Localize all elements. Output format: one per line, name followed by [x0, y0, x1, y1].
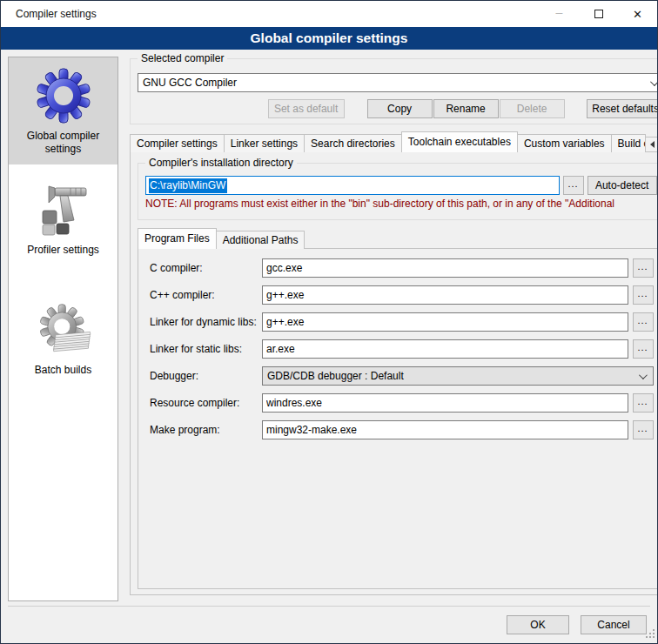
settings-tabstrip: Compiler settings Linker settings Search… [130, 131, 657, 152]
installation-directory-row: C:\raylib\MinGW ... Auto-detect [145, 176, 657, 195]
bin-subdirectory-note: NOTE: All programs must exist either in … [145, 198, 657, 210]
browse-button[interactable]: ... [633, 312, 654, 332]
maximize-button[interactable] [579, 1, 618, 27]
tab-scroll-left-button[interactable] [645, 137, 657, 152]
caliper-icon [36, 182, 91, 238]
page-title: Global compiler settings [1, 27, 657, 50]
program-files-pane: C compiler: ... C++ compiler: ... Linker… [138, 248, 657, 589]
cancel-button[interactable]: Cancel [581, 615, 647, 634]
minimize-button[interactable]: – [540, 1, 579, 27]
gear-stack-icon [36, 302, 91, 358]
sidebar-item-profiler-settings[interactable]: Profiler settings [9, 171, 118, 265]
selected-compiler-legend: Selected compiler [138, 52, 227, 64]
debugger-select[interactable]: GDB/CDB debugger : Default [262, 366, 654, 386]
dialog-footer: OK Cancel [1, 606, 657, 643]
browse-directory-button[interactable]: ... [563, 176, 584, 195]
program-row-make-program: Make program: ... [150, 420, 654, 439]
ok-button[interactable]: OK [507, 615, 569, 634]
sidebar-item-label: Global compiler settings [10, 130, 116, 156]
installation-directory-input[interactable]: C:\raylib\MinGW [145, 176, 560, 195]
tab-custom-variables[interactable]: Custom variables [517, 134, 612, 152]
resource-compiler-input[interactable] [262, 393, 628, 413]
browse-button[interactable]: ... [633, 420, 654, 439]
titlebar: Compiler settings – ✕ [1, 1, 657, 27]
sidebar-item-label: Profiler settings [27, 244, 99, 257]
program-row-c-compiler: C compiler: ... [150, 258, 654, 278]
compiler-select[interactable]: GNU GCC Compiler [138, 73, 657, 92]
field-label: Make program: [150, 424, 258, 436]
program-row-static-linker: Linker for static libs: ... [150, 339, 654, 359]
resize-grip[interactable] [645, 628, 655, 641]
field-label: C++ compiler: [150, 289, 258, 301]
field-label: Linker for dynamic libs: [150, 316, 258, 328]
field-label: Linker for static libs: [150, 343, 258, 355]
content-area: Global compiler settings [1, 50, 657, 606]
tab-build-options[interactable]: Build options [611, 134, 646, 152]
debugger-select-value: GDB/CDB debugger : Default [267, 370, 404, 382]
program-row-resource-compiler: Resource compiler: ... [150, 393, 654, 413]
chevron-down-icon [639, 371, 648, 379]
minimize-icon: – [556, 8, 563, 17]
window-title: Compiler settings [16, 8, 97, 20]
static-linker-input[interactable] [262, 339, 628, 359]
cpp-compiler-input[interactable] [262, 285, 628, 305]
installation-directory-value: C:\raylib\MinGW [149, 178, 227, 193]
tab-toolchain-executables[interactable]: Toolchain executables [401, 131, 518, 152]
sidebar-item-global-compiler-settings[interactable]: Global compiler settings [9, 57, 118, 164]
compiler-select-value: GNU GCC Compiler [143, 77, 237, 89]
close-icon: ✕ [633, 8, 642, 21]
installation-directory-group: Compiler's installation directory C:\ray… [138, 163, 657, 220]
program-tabstrip: Program Files Additional Paths [138, 229, 657, 249]
browse-button[interactable]: ... [633, 339, 654, 359]
close-button[interactable]: ✕ [618, 1, 657, 27]
sidebar-item-label: Batch builds [35, 364, 91, 377]
tab-program-files[interactable]: Program Files [138, 228, 217, 249]
browse-button[interactable]: ... [633, 285, 654, 305]
c-compiler-input[interactable] [262, 258, 628, 278]
blue-gear-icon [36, 68, 91, 124]
tab-additional-paths[interactable]: Additional Paths [216, 231, 306, 249]
footer-buttons: OK Cancel [1, 607, 657, 634]
tab-search-directories[interactable]: Search directories [304, 134, 402, 152]
make-program-input[interactable] [262, 420, 628, 439]
toolchain-executables-page: Compiler's installation directory C:\ray… [130, 151, 657, 595]
selected-compiler-group: Selected compiler GNU GCC Compiler Set a… [130, 58, 657, 124]
tab-linker-settings[interactable]: Linker settings [224, 134, 305, 152]
sidebar-item-batch-builds[interactable]: Batch builds [9, 292, 118, 386]
set-as-default-button[interactable]: Set as default [268, 99, 345, 118]
compiler-buttons-row: Set as default Copy Rename Delete Reset … [138, 99, 657, 118]
delete-button[interactable]: Delete [500, 99, 565, 118]
titlebar-buttons: – ✕ [540, 1, 657, 27]
reset-defaults-button[interactable]: Reset defaults [587, 99, 657, 118]
browse-button[interactable]: ... [633, 393, 654, 413]
tab-compiler-settings[interactable]: Compiler settings [130, 134, 225, 152]
main-panel: Selected compiler GNU GCC Compiler Set a… [130, 57, 657, 606]
auto-detect-button[interactable]: Auto-detect [588, 176, 657, 195]
program-row-cpp-compiler: C++ compiler: ... [150, 285, 654, 305]
program-row-debugger: Debugger: GDB/CDB debugger : Default [150, 366, 654, 386]
dynamic-linker-input[interactable] [262, 312, 628, 332]
chevron-down-icon [650, 77, 657, 86]
copy-button[interactable]: Copy [367, 99, 433, 118]
field-label: C compiler: [150, 262, 258, 274]
rename-button[interactable]: Rename [433, 99, 499, 118]
program-row-dynamic-linker: Linker for dynamic libs: ... [150, 312, 654, 332]
settings-category-list: Global compiler settings [8, 57, 118, 601]
installation-directory-legend: Compiler's installation directory [145, 157, 297, 169]
field-label: Resource compiler: [150, 397, 258, 409]
compiler-settings-window: Compiler settings – ✕ Global compiler se… [0, 0, 658, 644]
field-label: Debugger: [150, 370, 258, 382]
maximize-icon [594, 10, 603, 18]
left-arrow-icon [650, 141, 655, 148]
browse-button[interactable]: ... [633, 258, 654, 278]
